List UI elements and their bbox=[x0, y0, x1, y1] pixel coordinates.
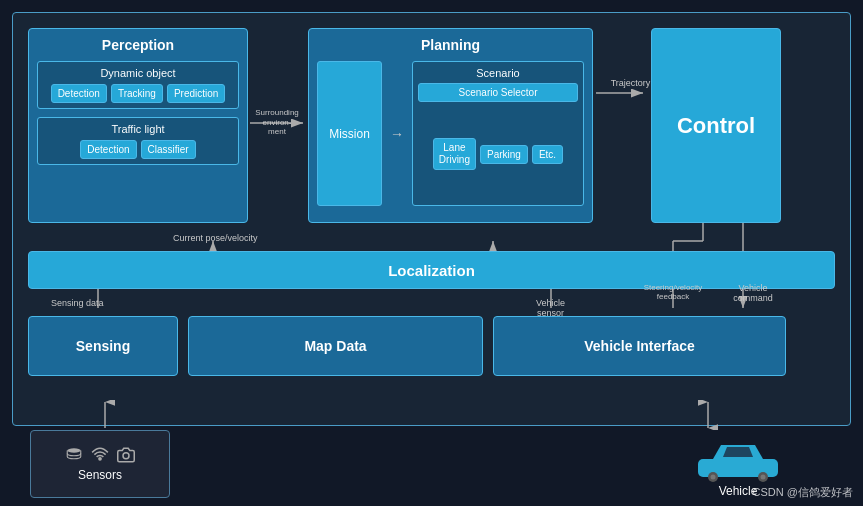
surrounding-label: Surrounding environ-ment bbox=[251, 108, 303, 137]
prediction-box: Prediction bbox=[167, 84, 225, 103]
sensors-label: Sensors bbox=[78, 468, 122, 482]
traffic-light-title: Traffic light bbox=[43, 123, 233, 135]
scenario-title: Scenario bbox=[418, 67, 578, 79]
planning-block: Planning Mission → Scenario Scenario Sel… bbox=[308, 28, 593, 223]
perception-block: Perception Dynamic object Detection Trac… bbox=[28, 28, 248, 223]
watermark: CSDN @信鸽爱好者 bbox=[753, 485, 853, 500]
vehicle-cmd-label: Vehicle command bbox=[723, 283, 783, 303]
vehicle-sensor-label: Vehiclesensor bbox=[523, 298, 578, 318]
scenario-block: Scenario Scenario Selector LaneDriving P… bbox=[412, 61, 584, 206]
lane-driving-box: LaneDriving bbox=[433, 138, 476, 170]
vehicle-interface-block: Vehicle Interface bbox=[493, 316, 786, 376]
svg-point-16 bbox=[99, 458, 101, 460]
mission-box: Mission bbox=[317, 61, 382, 206]
etc-box: Etc. bbox=[532, 145, 563, 164]
traffic-light-block: Traffic light Detection Classifier bbox=[37, 117, 239, 165]
svg-point-22 bbox=[711, 475, 716, 480]
localization-block: Localization bbox=[28, 251, 835, 289]
perception-title: Perception bbox=[37, 37, 239, 53]
planning-title: Planning bbox=[317, 37, 584, 53]
svg-point-17 bbox=[123, 453, 129, 459]
scenario-selector: Scenario Selector bbox=[418, 83, 578, 102]
control-block: Control bbox=[651, 28, 781, 223]
vehicle-car-icon bbox=[693, 437, 783, 482]
tracking-box: Tracking bbox=[111, 84, 163, 103]
sensing-data-label: Sensing data bbox=[51, 298, 104, 308]
vehicle-interface-title: Vehicle Interface bbox=[584, 338, 695, 354]
vehicle-label: Vehicle bbox=[719, 484, 758, 498]
camera-icon bbox=[117, 446, 135, 464]
trajectory-label: Trajectory bbox=[603, 78, 658, 88]
current-pose-label: Current pose/velocity bbox=[173, 233, 258, 243]
sensors-external: Sensors bbox=[30, 430, 170, 498]
detection-box-1: Detection bbox=[51, 84, 107, 103]
steering-label: Steering/velocityfeedback bbox=[643, 283, 703, 301]
control-title: Control bbox=[677, 113, 755, 139]
svg-point-24 bbox=[761, 475, 766, 480]
parking-box: Parking bbox=[480, 145, 528, 164]
wifi-icon bbox=[91, 446, 109, 464]
sensing-title: Sensing bbox=[76, 338, 130, 354]
svg-point-15 bbox=[67, 448, 81, 453]
map-data-title: Map Data bbox=[304, 338, 366, 354]
mission-arrow: → bbox=[388, 61, 406, 206]
sensing-block: Sensing bbox=[28, 316, 178, 376]
dynamic-object-title: Dynamic object bbox=[43, 67, 233, 79]
classifier-box: Classifier bbox=[141, 140, 196, 159]
map-data-block: Map Data bbox=[188, 316, 483, 376]
database-icon bbox=[65, 446, 83, 464]
dynamic-object-block: Dynamic object Detection Tracking Predic… bbox=[37, 61, 239, 109]
detection-box-2: Detection bbox=[80, 140, 136, 159]
localization-title: Localization bbox=[388, 262, 475, 279]
